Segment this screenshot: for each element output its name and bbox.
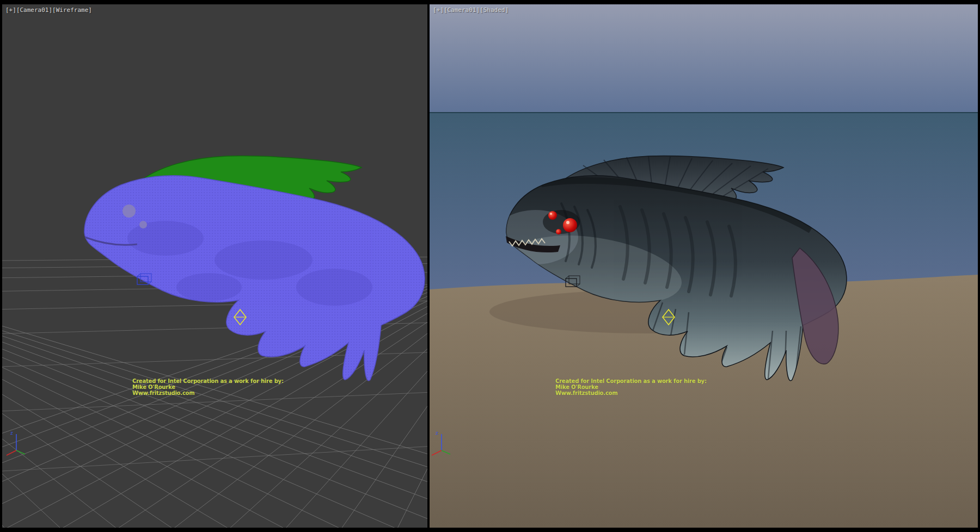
viewport-label: [+][Camera01][Shaded]	[433, 7, 509, 14]
credit-line-2: Mike O'Rourke	[555, 384, 707, 390]
viewport-menu-general[interactable]: [+]	[433, 7, 444, 14]
viewport-shaded[interactable]: z [+][Camera01][Shaded] Created for Inte…	[430, 4, 978, 528]
axis-z-label: z	[436, 430, 438, 436]
credit-line-3: Www.fritzstudio.com	[132, 390, 284, 396]
viewport-menu-pov[interactable]: [Camera01]	[444, 7, 480, 14]
mesh-speckle-texture	[78, 151, 427, 391]
credit-line-1: Created for Intel Corporation as a work …	[132, 378, 284, 384]
eye-left	[122, 205, 136, 218]
sky	[430, 4, 978, 113]
eye-red-small	[548, 211, 557, 220]
axis-z-label: z	[10, 430, 13, 436]
world-axis-gizmo: z	[7, 430, 25, 455]
viewport-menu-pov[interactable]: [Camera01]	[16, 7, 52, 14]
eye-red-tiny	[556, 229, 561, 234]
credit-line-3: Www.fritzstudio.com	[555, 390, 707, 396]
eye-highlight	[566, 221, 569, 224]
viewport-menu-shading[interactable]: [Wireframe]	[52, 7, 92, 14]
credit-line-2: Mike O'Rourke	[132, 384, 284, 390]
viewport-menu-shading[interactable]: [Shaded]	[480, 7, 509, 14]
eye-red-large	[563, 218, 577, 232]
scene-credit-text: Created for Intel Corporation as a work …	[555, 378, 707, 396]
viewport-wireframe[interactable]: z [+][Camera01][Wireframe] Created for I…	[2, 4, 427, 528]
eye-small	[139, 221, 147, 228]
credit-line-1: Created for Intel Corporation as a work …	[555, 378, 707, 384]
wireframe-canvas[interactable]: z	[2, 4, 427, 528]
viewport-label: [+][Camera01][Wireframe]	[5, 7, 92, 14]
viewport-menu-general[interactable]: [+]	[5, 7, 16, 14]
scene-credit-text: Created for Intel Corporation as a work …	[132, 378, 284, 396]
shaded-canvas[interactable]: z	[430, 4, 978, 528]
fish-model-wireframe[interactable]	[78, 151, 427, 391]
eye-highlight-small	[550, 213, 552, 215]
